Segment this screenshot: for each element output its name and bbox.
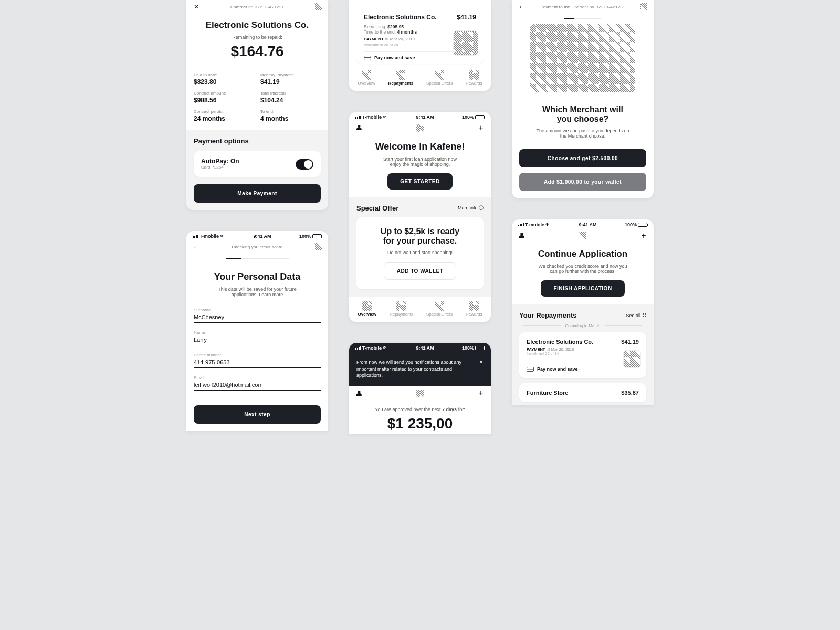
repayment-item[interactable]: Electronic Solutions Co.$41.19 PAYMENT t… xyxy=(519,332,646,378)
product-thumb xyxy=(453,30,478,56)
tab-offers[interactable]: Special Offers xyxy=(426,70,453,86)
autopay-toggle[interactable] xyxy=(296,159,313,170)
remaining-label: Remaining to be repaid: xyxy=(194,35,321,40)
get-started-button[interactable]: GET STARTED xyxy=(387,173,452,190)
logo-icon xyxy=(416,124,424,132)
name-input[interactable]: Larry xyxy=(194,337,321,345)
next-step-button[interactable]: Next step xyxy=(194,405,321,424)
add-icon[interactable] xyxy=(477,124,485,132)
screen-continue-app: T-mobile 9:41 AM 100% 👤︎ Continue Applic… xyxy=(512,219,654,405)
illustration xyxy=(530,24,635,92)
learn-more-link[interactable]: Learn more xyxy=(259,292,283,297)
screen-repayment-card: Electronic Solutions Co. $41.19 Remainin… xyxy=(349,0,491,91)
back-icon[interactable] xyxy=(193,243,200,250)
notification-banner: From now we will send you notifications … xyxy=(349,352,491,386)
add-icon[interactable] xyxy=(640,232,647,239)
profile-icon[interactable]: 👤︎ xyxy=(355,390,362,397)
see-all-link[interactable]: See all xyxy=(626,313,646,318)
back-icon[interactable] xyxy=(518,3,526,10)
autopay-card[interactable]: AutoPay: On Card: *3264 xyxy=(194,151,321,177)
repayment-item[interactable]: Furniture Store $35.87 xyxy=(519,383,646,402)
logo-icon xyxy=(314,243,322,250)
tab-rewards[interactable]: Rewards xyxy=(466,301,482,317)
logo-icon xyxy=(640,3,647,10)
screen-notification: T-mobile 9:41 AM 100% From now we will s… xyxy=(349,343,491,434)
remaining-amount: $164.76 xyxy=(194,43,321,60)
card-icon xyxy=(527,367,534,372)
logo-icon xyxy=(416,390,424,397)
tab-overview[interactable]: Overview xyxy=(358,301,376,317)
product-thumb xyxy=(623,350,641,368)
close-icon[interactable] xyxy=(193,3,200,10)
close-notification[interactable] xyxy=(479,359,484,379)
screen-personal-data: T-mobile 9:41 AM 100% Checking you credi… xyxy=(186,231,328,431)
card-icon xyxy=(364,56,371,60)
more-info-link[interactable]: More info ⓘ xyxy=(458,205,484,212)
add-to-wallet-button[interactable]: ADD TO WALLET xyxy=(384,262,457,280)
email-input[interactable]: leif.wolf2010@hotmail.com xyxy=(194,382,321,391)
tab-rewards[interactable]: Rewards xyxy=(466,70,482,86)
progress-bar xyxy=(564,18,601,19)
contract-number: Contract no BZ213-A21231 xyxy=(230,5,284,9)
make-payment-button[interactable]: Make Payment xyxy=(194,184,321,203)
screen-contract-detail: Contract no BZ213-A21231 Electronic Solu… xyxy=(186,0,328,210)
company-name: Electronic Solutions Co. xyxy=(194,20,321,30)
tab-offers[interactable]: Special Offers xyxy=(426,301,453,317)
logo-icon xyxy=(579,232,586,239)
profile-icon[interactable]: 👤︎ xyxy=(355,124,362,132)
screen-welcome: T-mobile 9:41 AM 100% 👤︎ Welcome in Kafe… xyxy=(349,112,491,322)
grid-icon xyxy=(643,313,646,317)
payment-options-title: Payment options xyxy=(194,137,321,145)
surname-input[interactable]: McChesney xyxy=(194,314,321,323)
screen-merchant-choice: Payment to the Contract no BZ213-A21231 … xyxy=(512,0,654,198)
logo-icon xyxy=(314,3,322,10)
choose-merchant-button[interactable]: Choose and get $2.500,00 xyxy=(519,149,646,167)
tab-overview[interactable]: Overview xyxy=(358,70,375,86)
phone-input[interactable]: 414-975-0653 xyxy=(194,359,321,368)
pay-now-link[interactable]: Pay now and save xyxy=(374,55,415,60)
tab-repayments[interactable]: Repayments xyxy=(388,70,414,86)
tab-repayments[interactable]: Repayments xyxy=(390,301,413,317)
profile-icon[interactable]: 👤︎ xyxy=(518,232,525,239)
approved-amount: $1 235,00 xyxy=(356,415,484,432)
progress-bar xyxy=(226,258,289,259)
add-to-wallet-alt-button[interactable]: Add $1.000,00 to your wallet xyxy=(519,173,646,191)
add-icon[interactable] xyxy=(477,390,485,397)
finish-application-button[interactable]: FINISH APPLICATION xyxy=(541,280,624,297)
